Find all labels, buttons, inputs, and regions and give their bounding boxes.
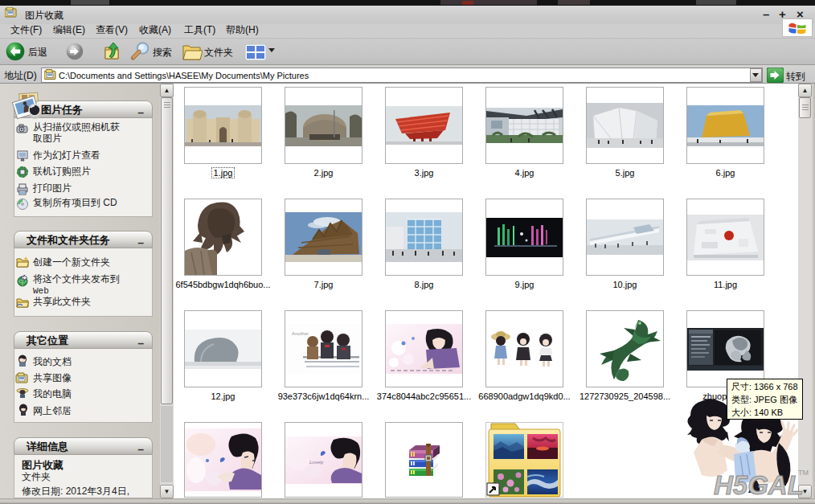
svg-text:Lovely: Lovely bbox=[309, 460, 324, 465]
svg-text:TM: TM bbox=[798, 469, 809, 477]
svg-text:H5GAL: H5GAL bbox=[714, 470, 804, 498]
svg-text:Another: Another bbox=[292, 331, 309, 336]
